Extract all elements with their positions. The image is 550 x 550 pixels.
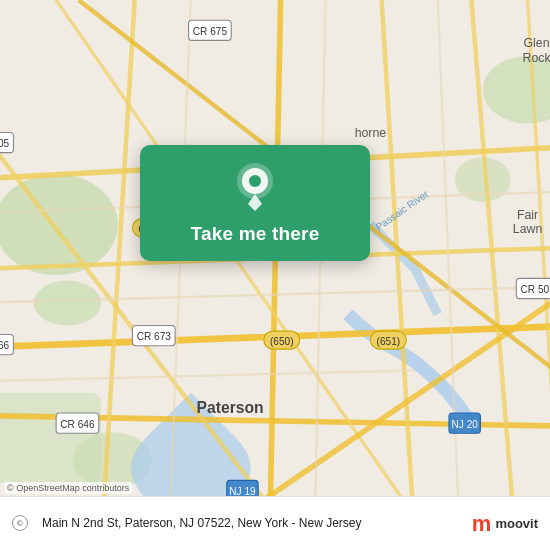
- address-display: Main N 2nd St, Paterson, NJ 07522, New Y…: [34, 515, 472, 532]
- osm-circle-icon: ©: [12, 515, 28, 531]
- bottom-bar: © Main N 2nd St, Paterson, NJ 07522, New…: [0, 496, 550, 550]
- svg-point-57: [249, 175, 261, 187]
- svg-text:CR 673: CR 673: [137, 331, 172, 342]
- svg-text:CR 507: CR 507: [521, 284, 550, 295]
- svg-point-2: [34, 281, 101, 326]
- svg-text:CR 666: CR 666: [0, 340, 10, 351]
- svg-text:CR 705: CR 705: [0, 138, 10, 149]
- svg-text:Lawn: Lawn: [513, 222, 543, 236]
- take-me-there-button-label: Take me there: [191, 223, 320, 245]
- moovit-brand-text: moovit: [495, 516, 538, 531]
- svg-text:NJ 20: NJ 20: [452, 419, 479, 430]
- map-attribution: © OpenStreetMap contributors: [4, 482, 132, 494]
- svg-text:Fair: Fair: [517, 208, 538, 222]
- svg-text:CR 675: CR 675: [193, 26, 228, 37]
- moovit-logo: m moovit: [472, 513, 538, 535]
- svg-text:CR 646: CR 646: [60, 419, 95, 430]
- svg-text:Glen: Glen: [524, 36, 550, 50]
- map-container: CR 675 CR 705 (673) CR 666 CR 673 (650) …: [0, 0, 550, 550]
- svg-point-1: [0, 174, 118, 275]
- svg-text:horne: horne: [355, 126, 387, 140]
- bottom-left-section: © Main N 2nd St, Paterson, NJ 07522, New…: [12, 515, 472, 532]
- pin-icon: [231, 163, 279, 211]
- svg-text:(651): (651): [377, 336, 401, 347]
- take-me-there-card[interactable]: Take me there: [140, 145, 370, 261]
- svg-text:(650): (650): [270, 336, 294, 347]
- svg-text:Paterson: Paterson: [197, 399, 264, 416]
- map-background: CR 675 CR 705 (673) CR 666 CR 673 (650) …: [0, 0, 550, 550]
- moovit-m-icon: m: [472, 513, 492, 535]
- svg-text:Rock: Rock: [522, 51, 550, 65]
- osm-logo: ©: [12, 515, 28, 531]
